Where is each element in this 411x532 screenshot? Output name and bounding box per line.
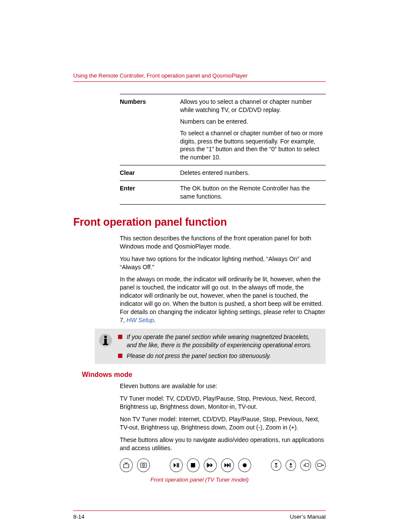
- svg-rect-17: [230, 463, 230, 467]
- svg-rect-3: [103, 344, 108, 345]
- subsection-body: Eleven buttons are available for use: TV…: [120, 382, 326, 452]
- svg-marker-8: [174, 463, 176, 467]
- brightness-up-icon: [286, 460, 296, 471]
- manual-label: User’s Manual: [290, 513, 326, 520]
- body-paragraph: These buttons allow you to navigate audi…: [120, 436, 326, 452]
- next-icon: [221, 458, 234, 472]
- body-paragraph: TV Tuner model: TV, CD/DVD, Play/Pause, …: [120, 395, 326, 411]
- svg-point-1: [104, 336, 107, 338]
- body-text: .: [154, 317, 156, 324]
- tv-icon: [120, 458, 133, 472]
- svg-rect-10: [178, 463, 179, 467]
- svg-marker-14: [211, 463, 213, 467]
- play-pause-icon: [170, 458, 183, 472]
- previous-icon: [204, 458, 217, 472]
- svg-rect-11: [191, 463, 195, 467]
- record-icon: [238, 458, 251, 472]
- page-footer: 8-14 User’s Manual: [73, 510, 326, 520]
- header-rule: [73, 81, 326, 82]
- stop-icon: [187, 458, 200, 472]
- svg-marker-15: [224, 463, 227, 467]
- section-body: This section describes the functions of …: [120, 234, 326, 324]
- body-paragraph: Eleven buttons are available for use:: [120, 382, 326, 390]
- footer-rule: [73, 510, 326, 511]
- svg-rect-33: [318, 464, 321, 467]
- definition-body: Allows you to select a channel or chapte…: [180, 98, 326, 162]
- svg-rect-2: [104, 339, 107, 345]
- definition-body: Deletes entered numbers.: [180, 169, 326, 177]
- figure-caption: Front operation panel (TV Tuner model): [73, 476, 326, 483]
- svg-point-26: [290, 466, 292, 467]
- running-head: Using the Remote Controller, Front opera…: [73, 72, 326, 79]
- monitor-in-icon: [300, 460, 311, 471]
- term-numbers: Numbers: [120, 98, 167, 162]
- note-box: If you operate the panel section while w…: [95, 329, 326, 364]
- definition-body: The OK button on the Remote Controller h…: [180, 184, 326, 201]
- svg-marker-13: [208, 463, 211, 467]
- body-paragraph: Non TV Tuner model: Internet, CD/DVD, Pl…: [120, 415, 326, 432]
- brightness-down-icon: [271, 460, 281, 471]
- svg-rect-31: [305, 464, 309, 467]
- term-enter: Enter: [120, 184, 167, 201]
- definition-paragraph: Allows you to select a channel or chapte…: [180, 98, 326, 114]
- page-number: 8-14: [73, 513, 84, 520]
- table-row: Clear Deletes entered numbers.: [120, 165, 326, 180]
- definition-paragraph: To select a channel or chapter number of…: [180, 129, 326, 162]
- svg-marker-16: [227, 463, 230, 467]
- definition-paragraph: Numbers can be entered.: [180, 118, 326, 126]
- term-clear: Clear: [120, 169, 167, 177]
- svg-rect-4: [124, 464, 129, 468]
- note-item: If you operate the panel section while w…: [118, 333, 321, 349]
- note-item: Please do not press the panel section to…: [118, 352, 321, 360]
- tv-out-icon: [315, 460, 326, 471]
- svg-point-20: [275, 466, 277, 467]
- hw-setup-link[interactable]: HW Setup: [127, 317, 154, 324]
- definitions-table: Numbers Allows you to select a channel o…: [120, 94, 326, 205]
- info-icon: [98, 333, 113, 348]
- body-paragraph: In the always on mode, the indicator wil…: [120, 275, 326, 324]
- svg-rect-9: [177, 463, 177, 467]
- svg-marker-34: [323, 464, 324, 466]
- manual-page: Using the Remote Controller, Front opera…: [0, 0, 411, 532]
- svg-point-18: [243, 463, 246, 467]
- cd-dvd-icon: [137, 458, 150, 472]
- definition-paragraph: The OK button on the Remote Controller h…: [180, 184, 326, 201]
- table-row: Numbers Allows you to select a channel o…: [120, 94, 326, 165]
- body-paragraph: This section describes the functions of …: [120, 234, 326, 251]
- subsection-heading: Windows mode: [82, 371, 326, 379]
- definition-paragraph: Deletes entered numbers.: [180, 169, 326, 177]
- svg-marker-25: [290, 463, 292, 465]
- body-paragraph: You have two options for the Indicator l…: [120, 255, 326, 271]
- svg-marker-19: [275, 463, 277, 465]
- svg-point-7: [143, 465, 144, 466]
- section-heading: Front operation panel function: [73, 216, 326, 228]
- front-operation-panel: [120, 458, 326, 472]
- svg-rect-12: [207, 463, 208, 467]
- table-row: Enter The OK button on the Remote Contro…: [120, 180, 326, 205]
